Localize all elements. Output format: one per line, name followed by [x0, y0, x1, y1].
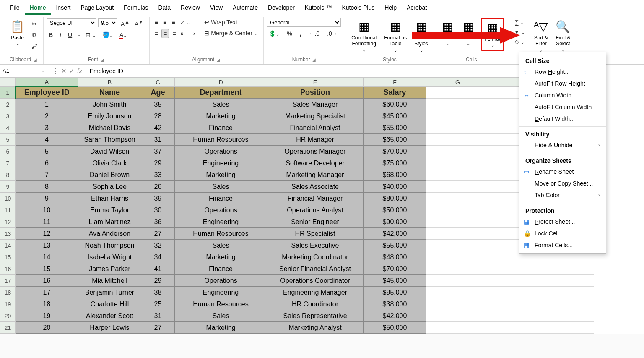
cell[interactable] [489, 275, 552, 287]
cell[interactable] [426, 169, 489, 181]
cell[interactable]: Michael Davis [78, 122, 141, 134]
menu-kutools-[interactable]: Kutools ™ [300, 2, 337, 15]
column-header-F[interactable]: F [364, 78, 426, 87]
align-left-button[interactable]: ≡ [153, 29, 160, 38]
cell[interactable]: Sales [175, 99, 267, 110]
cell[interactable]: Olivia Clark [78, 157, 141, 169]
align-center-button[interactable]: ≡ [161, 29, 169, 38]
format-painter-button[interactable]: 🖌 [30, 42, 39, 50]
cell[interactable]: $68,000 [364, 169, 426, 181]
format-cells-button[interactable]: ▦Format⌄ [481, 18, 504, 51]
menu-autofit-row[interactable]: AutoFit Row Height [519, 78, 606, 89]
cell[interactable]: 7 [16, 169, 78, 181]
cell[interactable]: 6 [16, 157, 78, 169]
menu-tab-color[interactable]: Tab Color› [519, 189, 606, 201]
comma-button[interactable]: , [298, 29, 303, 38]
cell[interactable] [426, 216, 489, 228]
cell[interactable]: Ethan Harris [78, 193, 141, 204]
cell[interactable]: $42,000 [364, 310, 426, 322]
row-header[interactable]: 14 [0, 240, 16, 251]
menu-insert[interactable]: Insert [51, 2, 75, 15]
header-cell[interactable]: Employee ID [16, 87, 78, 99]
cell[interactable]: $65,000 [364, 134, 426, 146]
dialog-launcher-icon[interactable]: ◢ [34, 57, 37, 62]
menu-default-width[interactable]: Default Width... [519, 113, 606, 125]
header-cell[interactable]: Name [78, 87, 141, 99]
cell[interactable] [426, 99, 489, 110]
font-family-combo[interactable]: Segoe UI [47, 18, 96, 27]
cell[interactable]: 15 [16, 263, 78, 275]
menu-developer[interactable]: Developer [263, 2, 300, 15]
sort-filter-button[interactable]: ᴬ▽Sort & Filter⌄ [531, 18, 551, 55]
cell[interactable] [426, 134, 489, 146]
cell[interactable]: HR Specialist [267, 228, 364, 240]
cell[interactable]: Human Resources [175, 228, 267, 240]
cell[interactable] [552, 322, 594, 334]
dialog-launcher-icon[interactable]: ◢ [101, 57, 104, 62]
header-cell[interactable]: Salary [364, 87, 426, 99]
fill-color-button[interactable]: 🪣⌄ [101, 31, 114, 39]
menu-file[interactable]: File [5, 2, 25, 15]
cell[interactable]: $75,000 [364, 157, 426, 169]
menu-protect-sheet[interactable]: ▦Protect Sheet... [519, 216, 606, 227]
row-header[interactable]: 9 [0, 181, 16, 193]
find-select-button[interactable]: 🔍Find & Select⌄ [553, 18, 573, 55]
cell[interactable]: 29 [141, 275, 175, 287]
shrink-font-button[interactable]: A▼ [133, 18, 145, 28]
cell[interactable]: $80,000 [364, 193, 426, 204]
cell[interactable]: 35 [141, 99, 175, 110]
cell[interactable]: 34 [141, 251, 175, 263]
row-header[interactable]: 2 [0, 99, 16, 110]
increase-indent-button[interactable]: ⇥ [189, 29, 197, 38]
cell[interactable]: $40,000 [364, 181, 426, 193]
cell[interactable]: $48,000 [364, 251, 426, 263]
cell[interactable] [426, 228, 489, 240]
menu-data[interactable]: Data [153, 2, 176, 15]
menu-help[interactable]: Help [379, 2, 402, 15]
cell[interactable] [426, 322, 489, 334]
italic-button[interactable]: I [58, 31, 63, 39]
menu-acrobat[interactable]: Acrobat [402, 2, 432, 15]
cell[interactable]: Harper Lewis [78, 322, 141, 334]
cell[interactable]: $50,000 [364, 322, 426, 334]
cell[interactable] [426, 146, 489, 157]
row-header[interactable]: 21 [0, 322, 16, 334]
wrap-text-button[interactable]: ↩Wrap Text [203, 18, 259, 26]
cell[interactable] [489, 310, 552, 322]
row-header[interactable]: 13 [0, 228, 16, 240]
cell[interactable]: 13 [16, 240, 78, 251]
cell[interactable]: 32 [141, 240, 175, 251]
cell[interactable]: Marketing [175, 110, 267, 122]
cell[interactable] [552, 263, 594, 275]
cell[interactable]: $45,000 [364, 275, 426, 287]
cell[interactable]: Sarah Thompson [78, 134, 141, 146]
percent-button[interactable]: % [285, 29, 293, 38]
decrease-decimal-button[interactable]: .0→ [325, 29, 340, 38]
cell[interactable]: Sophia Lee [78, 181, 141, 193]
cell[interactable]: Operations Coordinator [267, 275, 364, 287]
cell[interactable]: Engineering [175, 287, 267, 298]
cell[interactable] [426, 263, 489, 275]
cell[interactable]: Marketing [175, 251, 267, 263]
grow-font-button[interactable]: A▲ [119, 18, 131, 28]
cell[interactable]: 30 [141, 204, 175, 216]
cell[interactable] [426, 110, 489, 122]
row-header[interactable]: 5 [0, 134, 16, 146]
cell[interactable]: James Parker [78, 263, 141, 275]
cell[interactable]: Finance [175, 263, 267, 275]
cell[interactable]: 16 [16, 275, 78, 287]
cell[interactable]: $90,000 [364, 216, 426, 228]
menu-format-cells[interactable]: ▦Format Cells... [519, 239, 606, 251]
fill-button[interactable]: ▼ ⌄ [512, 28, 527, 36]
cell[interactable]: Ava Anderson [78, 228, 141, 240]
cell[interactable]: Sales Executive [267, 240, 364, 251]
cell[interactable]: $95,000 [364, 287, 426, 298]
column-header-E[interactable]: E [267, 78, 364, 87]
cell[interactable]: Human Resources [175, 298, 267, 310]
format-as-table-button[interactable]: ▦Format as Table⌄ [382, 18, 409, 55]
cell[interactable]: 25 [141, 298, 175, 310]
cell[interactable] [426, 204, 489, 216]
cell[interactable]: Benjamin Turner [78, 287, 141, 298]
cell[interactable]: 10 [16, 204, 78, 216]
cell[interactable] [489, 287, 552, 298]
